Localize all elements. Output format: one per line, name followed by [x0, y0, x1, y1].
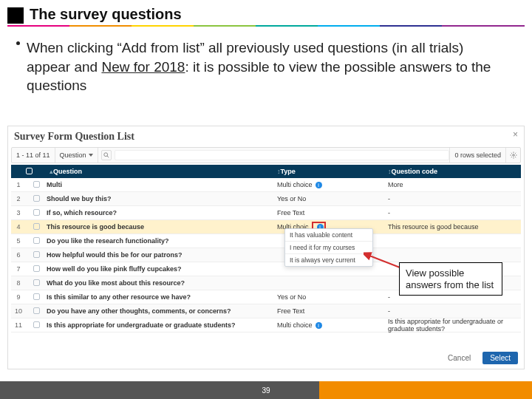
svg-line-10	[515, 153, 516, 154]
screenshot-panel: Survey Form Question List × 1 - 11 of 11…	[7, 126, 525, 369]
svg-point-0	[103, 153, 107, 157]
row-checkbox[interactable]	[33, 321, 40, 328]
popover-item[interactable]: It has valuable content	[285, 229, 372, 242]
search-icon[interactable]	[101, 150, 112, 160]
table-row[interactable]: 6How helpful would this be for our patro…	[11, 248, 521, 262]
cancel-button[interactable]: Cancel	[440, 352, 478, 364]
svg-line-7	[511, 153, 511, 154]
row-checkbox[interactable]	[33, 195, 40, 202]
table-row[interactable]: 10Do you have any other thoughts, commen…	[11, 304, 521, 318]
row-checkbox[interactable]	[33, 293, 40, 300]
info-icon[interactable]: i	[316, 322, 322, 329]
rainbow-underline	[7, 25, 525, 27]
row-checkbox[interactable]	[33, 223, 40, 230]
svg-line-8	[515, 157, 516, 157]
popover-item[interactable]: It is always very current	[285, 254, 372, 266]
callout-box: View possible answers from the list	[399, 262, 502, 296]
page-number: 39	[262, 386, 270, 395]
row-checkbox[interactable]	[33, 307, 40, 314]
row-checkbox[interactable]	[33, 209, 40, 216]
body-text: When clicking “Add from list” all previo…	[27, 38, 510, 95]
row-checkbox[interactable]	[33, 181, 40, 188]
table-body: 1MultiMulti choiceiMore2Should we buy th…	[11, 178, 521, 332]
search-input[interactable]	[115, 150, 450, 160]
answers-popover: It has valuable content I need it for my…	[284, 228, 373, 267]
column-selector[interactable]: Question	[55, 148, 98, 163]
svg-line-9	[511, 157, 511, 157]
row-checkbox[interactable]	[33, 265, 40, 272]
table-row[interactable]: 5Do you like the research functionality?	[11, 234, 521, 248]
chevron-down-icon	[89, 154, 93, 157]
rows-selected-label: 0 rows selected	[449, 148, 505, 163]
toolbar: 1 - 11 of 11 Question 0 rows selected	[11, 147, 521, 163]
gear-icon[interactable]	[505, 148, 520, 163]
table-row[interactable]: 2Should we buy this?Yes or No-	[11, 192, 521, 206]
page-footer: 39	[0, 381, 532, 399]
table-row[interactable]: 1MultiMulti choiceiMore	[11, 178, 521, 192]
select-all-checkbox[interactable]	[26, 168, 33, 174]
title-bullet	[7, 7, 24, 24]
row-checkbox[interactable]	[33, 251, 40, 258]
svg-point-2	[512, 154, 514, 157]
select-button[interactable]: Select	[482, 352, 518, 364]
page-title: The survey questions	[30, 6, 182, 23]
table-header: Question Type Question code	[11, 165, 521, 178]
dialog-title: Survey Form Question List	[14, 131, 134, 143]
table-row[interactable]: 4This resource is good becauseMulti choi…	[11, 220, 521, 234]
svg-line-1	[107, 156, 109, 157]
row-checkbox[interactable]	[33, 237, 40, 244]
table-row[interactable]: 3If so, which resource?Free Text-	[11, 206, 521, 220]
popover-item[interactable]: I need it for my courses	[285, 242, 372, 254]
table-row[interactable]: 11Is this appropriate for undergraduate …	[11, 318, 521, 332]
row-checkbox[interactable]	[33, 279, 40, 286]
pager-label: 1 - 11 of 11	[12, 148, 55, 163]
info-icon[interactable]: i	[316, 182, 322, 188]
close-icon[interactable]: ×	[513, 129, 518, 140]
